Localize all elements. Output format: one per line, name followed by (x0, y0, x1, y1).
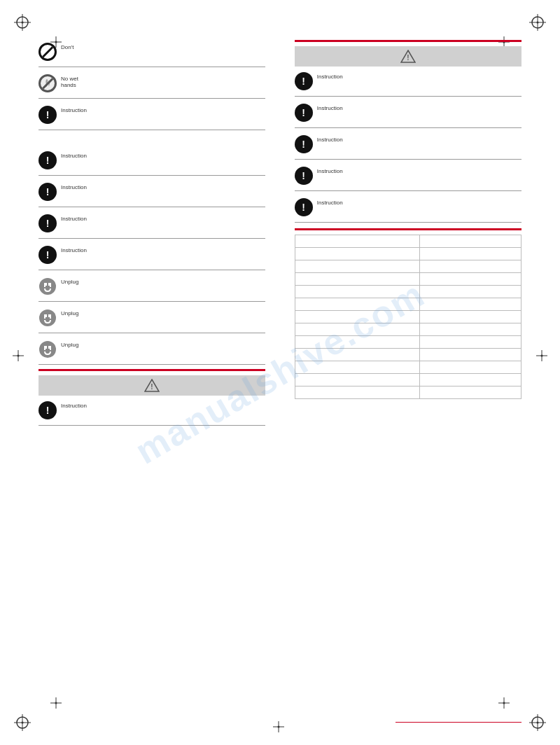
instruction-row-r2: ! Instruction (295, 101, 522, 123)
unplug-row-3: Unplug (38, 337, 265, 360)
table-cell (419, 374, 521, 387)
table-cell (419, 286, 521, 298)
table-row (295, 349, 521, 361)
table-cell (419, 349, 521, 361)
table-cell (295, 235, 419, 248)
divider (295, 96, 522, 97)
table-cell (295, 336, 419, 349)
table-cell (295, 349, 419, 361)
no-wet-hands-row: No wet hands (38, 71, 265, 94)
divider (38, 67, 265, 67)
left-section-4: ! ! Instruction (38, 369, 265, 426)
table-cell (419, 260, 521, 273)
divider (38, 364, 265, 365)
warning-triangle-left: ! (144, 379, 160, 392)
unplug-icon-1 (38, 277, 57, 295)
svg-point-37 (39, 278, 56, 295)
divider (38, 98, 265, 99)
table-cell (419, 311, 521, 323)
table-cell (295, 374, 419, 387)
divider (38, 333, 265, 333)
divider (38, 175, 265, 176)
unplug-icon-2 (38, 309, 57, 327)
table-row (295, 260, 521, 273)
crosshair-mid-right (536, 350, 547, 361)
crosshair-mid-left (13, 350, 24, 361)
red-line-right-2 (295, 228, 522, 230)
table-row (295, 286, 521, 298)
instruction-label-caution-left: Instruction (61, 403, 87, 409)
svg-point-27 (541, 355, 543, 357)
dont-row: Don't (38, 40, 265, 62)
table-row (295, 336, 521, 349)
corner-mark-br (528, 713, 547, 732)
table-cell (419, 273, 521, 286)
table-cell (295, 286, 419, 298)
warning-bar-right: ! (295, 46, 522, 67)
page-content: Don't No wet hands ! (38, 39, 522, 706)
instruction-icon-3: ! (38, 183, 57, 201)
divider (38, 238, 265, 239)
instruction-icon-r5: ! (295, 198, 313, 216)
divider (38, 301, 265, 302)
table-cell (419, 387, 521, 399)
red-line-right-1 (295, 40, 522, 42)
table-cell (295, 298, 419, 311)
divider (38, 207, 265, 207)
table-cell (419, 248, 521, 260)
instruction-label-r4: Instruction (317, 168, 343, 174)
unplug-label-3: Unplug (61, 342, 78, 348)
instruction-row-r1: ! Instruction (295, 69, 522, 92)
svg-point-40 (39, 309, 56, 326)
table-row (295, 387, 521, 399)
table-row (295, 311, 521, 323)
table-row (295, 323, 521, 336)
warning-bar-left: ! (38, 375, 265, 396)
corner-mark-tr (528, 13, 547, 32)
svg-point-7 (537, 22, 539, 24)
instruction-icon-caution-left: ! (38, 401, 57, 419)
instruction-label-4: Instruction (61, 216, 87, 222)
corner-mark-tl (13, 13, 32, 32)
svg-point-15 (537, 722, 539, 724)
divider (295, 190, 522, 191)
divider (38, 130, 265, 130)
left-section-2: ! Instruction ! Instruction ! Instructio… (38, 148, 265, 270)
instruction-row-r4: ! Instruction (295, 164, 522, 186)
table-row (295, 273, 521, 286)
corner-mark-bl (13, 713, 32, 732)
divider (295, 222, 522, 223)
table-cell (295, 311, 419, 323)
left-column: Don't No wet hands ! (38, 39, 265, 706)
instruction-icon-5: ! (38, 246, 57, 264)
no-wet-hands-icon (38, 74, 57, 92)
instruction-icon-r1: ! (295, 72, 313, 90)
instruction-row-5: ! Instruction (38, 243, 265, 265)
svg-point-36 (278, 726, 280, 728)
table-cell (419, 235, 521, 248)
svg-point-3 (22, 22, 24, 24)
unplug-label-1: Unplug (61, 279, 78, 285)
svg-text:!: ! (407, 54, 409, 62)
bottom-decorative-line (396, 722, 522, 723)
table-row (295, 298, 521, 311)
unplug-label-2: Unplug (61, 310, 78, 316)
instruction-label-r5: Instruction (317, 200, 343, 206)
right-section-2 (295, 228, 522, 399)
instruction-row-2: ! Instruction (38, 148, 265, 171)
table-cell (295, 361, 419, 374)
unplug-icon-3 (38, 340, 57, 358)
instruction-label-3: Instruction (61, 184, 87, 190)
instruction-label-5: Instruction (61, 247, 87, 253)
table-row (295, 235, 521, 248)
instruction-icon-1: ! (38, 106, 57, 124)
dont-icon (38, 43, 57, 61)
divider (295, 127, 522, 128)
instruction-icon-r3: ! (295, 135, 313, 153)
table-cell (419, 336, 521, 349)
instruction-row-4: ! Instruction (38, 211, 265, 234)
left-section-1: Don't No wet hands ! (38, 40, 265, 130)
table-cell (295, 260, 419, 273)
instruction-row-r3: ! Instruction (295, 132, 522, 155)
table-cell (419, 361, 521, 374)
